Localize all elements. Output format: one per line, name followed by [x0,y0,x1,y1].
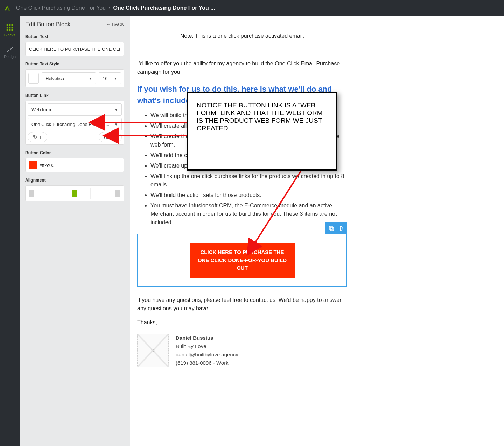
link-target-select[interactable]: One Click Purchasing Done For You ... ▼ [28,118,122,130]
signature-photo: ⦻ [137,334,169,367]
email-canvas: Note: This is a one click purchase activ… [130,16,504,446]
signature: ⦻ Daniel Bussius Built By Love daniel@bu… [137,334,347,367]
label-button-link: Button Link [25,93,124,98]
link-type-value: Web form [31,107,51,112]
svg-rect-6 [9,27,11,29]
label-button-text: Button Text [25,34,124,39]
sig-name: Daniel Bussius [176,334,238,342]
thanks-text: Thanks, [137,318,347,327]
intro-text: I'd like to offer you the ability for my… [137,59,347,76]
svg-rect-8 [7,29,8,31]
svg-point-11 [34,136,35,137]
panel-title: Edit Button Block [25,21,70,28]
align-left[interactable] [28,188,59,199]
trash-icon[interactable] [338,225,344,232]
breadcrumb-current: One Click Purchasing Done For You ... [113,5,215,11]
grid-icon [6,24,14,31]
chevron-down-icon: ▼ [114,77,117,80]
back-button[interactable]: ← BACK [106,22,124,27]
rail-label-blocks: Blocks [4,33,15,37]
list-item: We'll link up the one click purchase lin… [150,172,347,189]
unlink-button[interactable]: Unlink [99,132,122,142]
breadcrumb-parent[interactable]: One Click Purchasing Done For You [16,5,106,11]
chevron-down-icon: ▼ [114,122,118,126]
label-alignment: Alignment [25,178,124,183]
color-hex-input[interactable] [40,163,120,168]
svg-rect-4 [12,24,13,26]
button-block[interactable]: CLICK HERE TO PURCHASE THE ONE CLICK DON… [137,234,347,287]
svg-rect-10 [12,29,13,31]
svg-rect-13 [329,226,332,229]
sig-email: daniel@builtbylove.agency [176,351,238,359]
svg-rect-5 [7,27,8,29]
svg-rect-7 [12,27,13,29]
font-family-value: Helvetica [46,76,64,81]
svg-rect-2 [7,24,8,26]
add-tag-plus: + [39,135,42,140]
duplicate-icon[interactable] [328,225,335,232]
rail-label-design: Design [4,55,16,59]
font-size-value: 16 [103,76,107,81]
chevron-down-icon: ▼ [114,108,118,112]
link-target-value: One Click Purchasing Done For You ... [31,122,110,127]
font-family-select[interactable]: Helvetica ▼ [42,72,96,84]
sig-phone: (619) 881-0096 - Work [176,359,238,367]
chevron-down-icon: ▼ [89,77,92,80]
link-type-select[interactable]: Web form ▼ [28,103,122,116]
label-button-text-style: Button Text Style [25,62,124,66]
app-logo-icon [4,4,11,12]
rail-item-design[interactable]: Design [0,41,20,63]
breadcrumb-separator: › [108,5,110,11]
tag-icon [33,135,38,140]
note-line: Note: This is a one click purchase activ… [155,27,330,45]
left-rail: Blocks Design [0,16,20,446]
label-button-color: Button Color [25,150,124,155]
edit-panel: Edit Button Block ← BACK Button Text But… [20,16,130,446]
svg-rect-9 [9,29,11,31]
block-toolbar [326,222,347,234]
list-item: We'll build the action sets for those pr… [150,191,347,199]
font-size-select[interactable]: 16 ▼ [99,72,121,84]
sig-company: Built By Love [176,342,238,351]
add-tag-button[interactable]: + [28,132,47,142]
svg-marker-1 [7,6,10,11]
outro-text: If you have any questions, please feel f… [137,296,347,313]
brush-icon [6,45,14,53]
color-swatch[interactable] [29,161,37,169]
svg-rect-12 [330,227,334,231]
annotation-callout: NOTICE THE BUTTON LINK IS A “WEB FORM” L… [187,92,337,171]
align-center[interactable] [59,188,90,199]
cta-button[interactable]: CLICK HERE TO PURCHASE THE ONE CLICK DON… [190,243,295,278]
bold-toggle[interactable] [28,73,39,84]
rail-item-blocks[interactable]: Blocks [0,20,20,41]
button-text-input[interactable] [25,42,124,56]
top-bar: One Click Purchasing Done For You › One … [0,0,504,16]
list-item: You must have Infusionsoft CRM, the E-Co… [150,201,347,227]
svg-rect-3 [9,24,11,26]
align-right[interactable] [90,188,122,199]
